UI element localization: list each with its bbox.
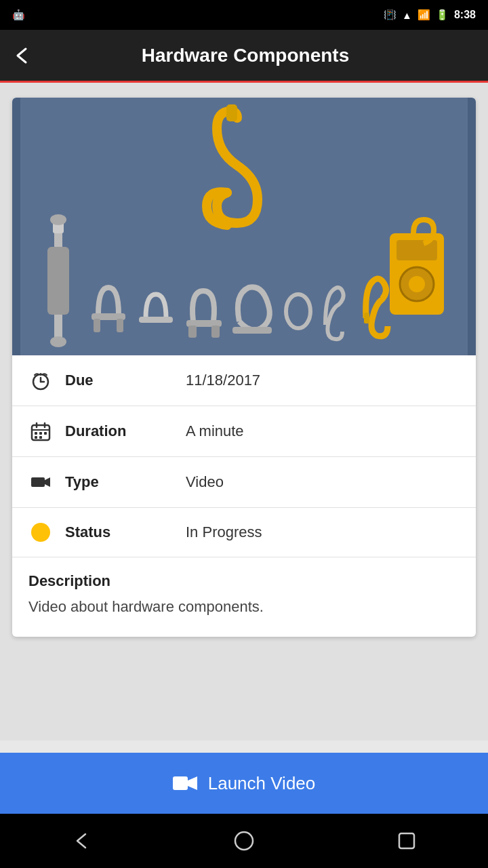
back-button[interactable]	[12, 45, 34, 66]
time-display: 8:38	[454, 9, 476, 21]
svg-rect-42	[31, 477, 45, 487]
launch-video-button[interactable]: Launch Video	[0, 753, 488, 814]
svg-rect-40	[35, 436, 37, 439]
status-label: Status	[65, 524, 174, 541]
svg-rect-13	[117, 319, 123, 332]
nav-back-button[interactable]	[61, 821, 102, 861]
svg-rect-45	[399, 833, 414, 848]
duration-label: Duration	[65, 422, 174, 440]
status-bar-icons: 📳 ▲ 📶 🔋 8:38	[384, 9, 476, 21]
svg-rect-17	[211, 326, 220, 338]
status-row: Status In Progress	[12, 508, 476, 557]
video-play-icon	[173, 774, 197, 793]
status-value: In Progress	[186, 524, 262, 541]
hardware-image	[12, 98, 476, 355]
svg-rect-3	[396, 240, 437, 260]
info-rows: Due 11/18/2017	[12, 355, 476, 557]
battery-icon: 🔋	[436, 9, 449, 21]
main-content: Due 11/18/2017	[0, 83, 488, 741]
svg-rect-18	[232, 327, 272, 334]
description-text: Video about hardware components.	[28, 597, 460, 618]
type-label: Type	[65, 473, 174, 491]
signal-icon: 📶	[418, 9, 430, 21]
launch-label: Launch Video	[208, 773, 316, 794]
video-type-icon	[28, 472, 53, 492]
vibrate-icon: 📳	[384, 9, 396, 21]
nav-home-button[interactable]	[224, 821, 264, 861]
description-section: Description Video about hardware compone…	[12, 557, 476, 637]
svg-rect-37	[35, 432, 37, 435]
svg-rect-16	[188, 326, 197, 338]
status-bar: 🤖 📳 ▲ 📶 🔋 8:38	[0, 0, 488, 30]
nav-recents-button[interactable]	[386, 821, 427, 861]
svg-rect-12	[94, 319, 100, 332]
due-label: Due	[65, 372, 174, 389]
svg-point-5	[409, 276, 425, 292]
svg-rect-7	[47, 247, 69, 315]
status-dot-icon	[28, 523, 53, 542]
svg-point-9	[50, 214, 66, 225]
calendar-icon	[28, 421, 53, 441]
type-row: Type Video	[12, 457, 476, 508]
due-row: Due 11/18/2017	[12, 355, 476, 406]
duration-row: Duration A minute	[12, 406, 476, 457]
svg-rect-38	[39, 432, 42, 435]
alarm-icon	[28, 370, 53, 391]
due-value: 11/18/2017	[186, 372, 260, 389]
content-card: Due 11/18/2017	[12, 98, 476, 637]
type-value: Video	[186, 473, 224, 491]
svg-rect-14	[139, 317, 173, 323]
page-title: Hardware Components	[46, 45, 445, 66]
description-title: Description	[28, 572, 460, 590]
svg-point-10	[50, 336, 66, 347]
svg-rect-41	[39, 436, 42, 439]
status-bar-left: 🤖	[12, 9, 25, 21]
svg-rect-20	[364, 313, 369, 323]
wifi-icon: ▲	[402, 9, 412, 21]
svg-point-44	[235, 832, 253, 850]
svg-rect-43	[173, 776, 188, 790]
svg-rect-39	[44, 432, 47, 435]
nav-bar	[0, 814, 488, 868]
top-bar: Hardware Components	[0, 30, 488, 83]
svg-rect-1	[226, 104, 237, 121]
duration-value: A minute	[186, 422, 244, 440]
